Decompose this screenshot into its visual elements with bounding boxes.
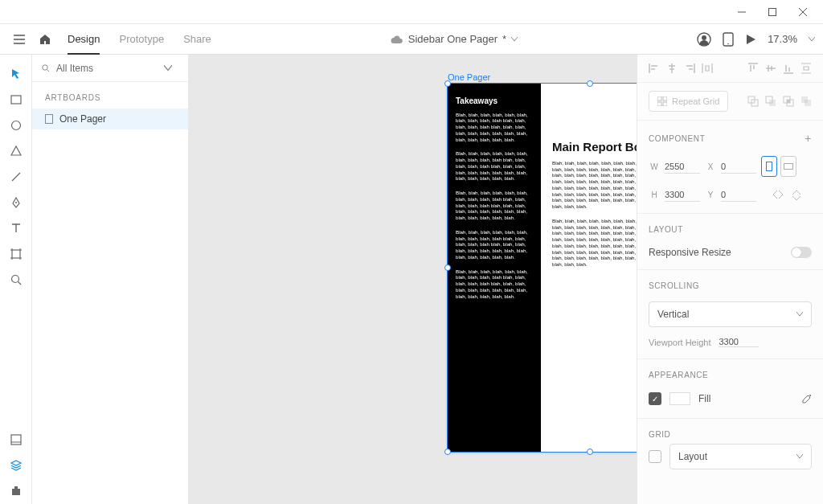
distribute-h-icon[interactable]	[702, 63, 713, 74]
x-label: X	[705, 162, 716, 171]
align-left-icon[interactable]	[649, 63, 660, 74]
svg-line-14	[18, 282, 21, 285]
artboard-selection[interactable]: Takeaways Blah, blah, blah, blah, blah, …	[448, 84, 637, 452]
device-preview-icon[interactable]	[723, 32, 734, 47]
responsive-label: Responsive Resize	[649, 247, 731, 258]
svg-rect-25	[663, 102, 667, 106]
flip-vertical-icon[interactable]	[792, 190, 801, 201]
fill-color-swatch[interactable]	[669, 392, 690, 405]
layers-panel-icon[interactable]	[0, 453, 32, 478]
zoom-tool[interactable]	[0, 267, 32, 293]
design-canvas[interactable]: One Pager Takeaways Blah, blah, blah, bl…	[189, 55, 637, 504]
artboards-section-label: ARTBOARDS	[32, 82, 188, 109]
artboard-tool[interactable]	[0, 241, 32, 267]
grid-type-dropdown[interactable]: Layout	[669, 444, 812, 469]
svg-line-20	[47, 69, 50, 72]
report-para: Blah, blah, blah, blah, blah, blah, blah…	[552, 218, 637, 268]
landscape-orientation-button[interactable]	[780, 156, 796, 177]
ellipse-tool[interactable]	[0, 113, 32, 138]
add-component-button[interactable]: +	[805, 132, 812, 145]
bool-exclude-icon[interactable]	[800, 96, 812, 107]
account-icon[interactable]	[697, 32, 711, 47]
layer-item-one-pager[interactable]: One Pager	[32, 109, 188, 129]
svg-point-13	[11, 276, 18, 283]
assets-panel-icon[interactable]	[0, 427, 32, 453]
align-top-icon[interactable]	[747, 63, 759, 74]
sidebar-column: Takeaways Blah, blah, blah, blah, blah, …	[448, 84, 541, 452]
chevron-down-icon	[164, 64, 172, 72]
home-button[interactable]	[34, 28, 56, 51]
layers-filter-dropdown[interactable]: All Items	[32, 55, 188, 82]
y-label: Y	[705, 191, 716, 199]
svg-rect-8	[11, 96, 21, 104]
grid-enabled-checkbox[interactable]	[649, 450, 661, 463]
layout-section-header: LAYOUT	[637, 214, 823, 239]
bool-subtract-icon[interactable]	[765, 96, 776, 107]
repeat-grid-icon	[657, 96, 667, 106]
x-input[interactable]	[721, 160, 756, 174]
play-preview-icon[interactable]	[745, 34, 756, 45]
window-close-button[interactable]	[788, 1, 818, 23]
search-icon	[42, 64, 50, 72]
align-right-icon[interactable]	[684, 63, 695, 74]
app-toolbar: Design Prototype Share Sidebar One Pager…	[0, 24, 823, 55]
doc-title-text: Sidebar One Pager	[408, 33, 497, 45]
main-body-column: Main Report Body Blah, blah, blah, blah,…	[541, 84, 637, 452]
repeat-grid-label: Repeat Grid	[672, 96, 719, 106]
tab-design[interactable]: Design	[68, 25, 100, 55]
select-tool[interactable]	[0, 61, 32, 87]
window-minimize-button[interactable]	[727, 1, 757, 23]
w-label: W	[649, 162, 660, 171]
tab-prototype[interactable]: Prototype	[119, 25, 164, 54]
viewport-height-input[interactable]	[719, 337, 759, 347]
layer-item-label: One Pager	[59, 113, 106, 125]
align-middle-icon[interactable]	[765, 63, 776, 74]
artboard-one-pager[interactable]: Takeaways Blah, blah, blah, blah, blah, …	[448, 84, 637, 452]
repeat-grid-button[interactable]: Repeat Grid	[649, 91, 728, 112]
takeaways-para: Blah, blah, blah, blah, blah, blah, blah…	[456, 112, 533, 143]
toggle-switch[interactable]	[791, 247, 812, 258]
svg-rect-12	[12, 250, 20, 258]
scrolling-value: Vertical	[657, 309, 689, 320]
width-input[interactable]	[665, 160, 700, 174]
distribute-v-icon[interactable]	[800, 63, 812, 74]
artboard-name-label[interactable]: One Pager	[448, 72, 490, 82]
pen-tool[interactable]	[0, 190, 32, 215]
line-tool[interactable]	[0, 164, 32, 190]
report-para: Blah, blah, blah, blah, blah, blah, blah…	[552, 160, 637, 210]
fill-enabled-checkbox[interactable]: ✓	[649, 392, 661, 405]
align-center-h-icon[interactable]	[666, 63, 678, 74]
plugins-panel-icon[interactable]	[0, 478, 32, 504]
bool-add-icon[interactable]	[747, 96, 759, 107]
text-tool[interactable]	[0, 215, 32, 241]
document-title[interactable]: Sidebar One Pager *	[211, 33, 697, 45]
bool-intersect-icon[interactable]	[783, 96, 794, 107]
polygon-tool[interactable]	[0, 138, 32, 164]
eyedropper-icon[interactable]	[800, 393, 812, 404]
zoom-value[interactable]: 17.3%	[768, 33, 797, 45]
flip-horizontal-icon[interactable]	[772, 190, 784, 201]
rectangle-tool[interactable]	[0, 87, 32, 113]
responsive-resize-toggle[interactable]: Responsive Resize	[649, 247, 812, 258]
y-input[interactable]	[721, 188, 756, 202]
doc-dirty-marker: *	[502, 33, 506, 45]
height-input[interactable]	[665, 188, 700, 202]
svg-rect-21	[46, 115, 53, 124]
window-maximize-button[interactable]	[757, 1, 788, 23]
tool-rail	[0, 55, 32, 504]
svg-rect-23	[663, 96, 667, 100]
align-bottom-icon[interactable]	[783, 63, 794, 74]
svg-rect-22	[657, 96, 661, 100]
svg-point-5	[702, 35, 706, 40]
portrait-orientation-button[interactable]	[761, 156, 777, 177]
window-titlebar	[0, 0, 823, 24]
component-section-header: COMPONENT +	[637, 121, 823, 150]
chevron-down-icon[interactable]	[809, 37, 815, 42]
hamburger-menu-button[interactable]	[8, 28, 31, 51]
tab-share[interactable]: Share	[183, 25, 211, 54]
svg-rect-36	[784, 164, 793, 170]
scrolling-dropdown[interactable]: Vertical	[649, 301, 812, 327]
chevron-down-icon	[796, 312, 803, 317]
appearance-section-header: APPEARANCE	[637, 359, 823, 384]
viewport-height-label: Viewport Height	[649, 338, 710, 347]
